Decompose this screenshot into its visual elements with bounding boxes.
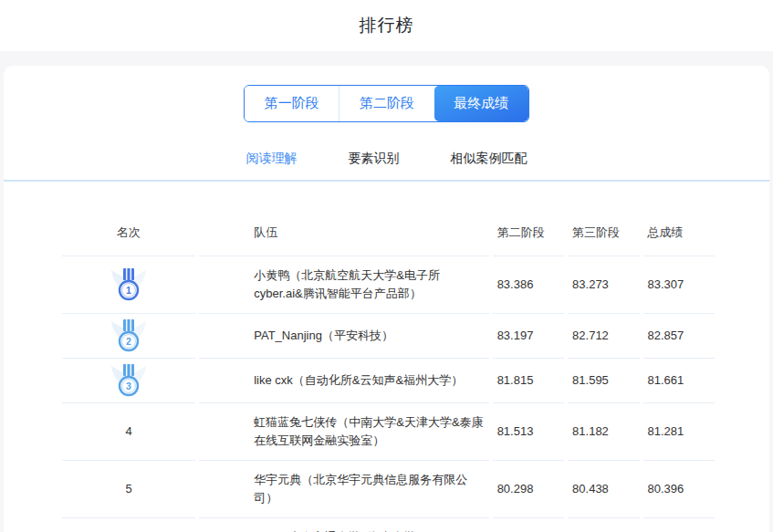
- leaderboard-body: 1 小黄鸭（北京航空航天大学&电子所cyber.ai&腾讯智能平台产品部） 83…: [62, 256, 715, 532]
- task-tab-reading-comprehension[interactable]: 阅读理解: [246, 151, 298, 167]
- table-row: 2 PAT_Nanjing（平安科技） 83.197 82.712 82.857: [62, 314, 715, 359]
- medal-rank-number: 2: [126, 336, 131, 347]
- column-header-rank: 名次: [62, 210, 195, 256]
- medal-icon: 3: [109, 361, 149, 400]
- table-row: 3 like cxk（自动化所&云知声&福州大学） 81.815 81.595 …: [62, 359, 715, 403]
- rank-cell: 2: [62, 314, 195, 359]
- medal-icon: 2: [109, 317, 149, 355]
- phase2-score: 81.815: [493, 359, 564, 403]
- phase3-score: 81.182: [568, 403, 639, 461]
- phase3-score: 81.595: [568, 359, 639, 403]
- rank-cell: 1: [62, 256, 195, 314]
- table-header-row: 名次 队伍 第二阶段 第三阶段 总成绩: [62, 210, 715, 256]
- team-name: 华宇元典（北京华宇元典信息服务有限公司）: [199, 461, 488, 518]
- team-name: 虹猫蓝兔七侠传（中南大学&天津大学&泰康在线互联网金融实验室）: [199, 403, 488, 461]
- phase3-score: 80.438: [568, 461, 639, 518]
- column-header-phase3: 第三阶段: [568, 210, 639, 256]
- task-tab-group: 阅读理解 要素识别 相似案例匹配: [4, 151, 769, 182]
- phase3-score: 82.712: [568, 314, 639, 359]
- rank-number: 4: [125, 424, 131, 438]
- medal-rank-number: 3: [126, 381, 131, 391]
- phase2-score: 81.513: [493, 403, 564, 461]
- team-name: 小黄鸭（北京航空航天大学&电子所cyber.ai&腾讯智能平台产品部）: [199, 256, 488, 314]
- phase3-score: 83.273: [568, 256, 639, 314]
- phase-tab-stage2[interactable]: 第二阶段: [339, 86, 434, 121]
- team-name: Alex（上海交通大学&湖南大学）: [199, 518, 488, 532]
- medal-rank-number: 1: [126, 285, 131, 296]
- phase-tab-stage1[interactable]: 第一阶段: [245, 86, 339, 121]
- phase2-score: 80.298: [493, 461, 564, 518]
- total-score: 82.857: [643, 314, 715, 359]
- table-row: 1 小黄鸭（北京航空航天大学&电子所cyber.ai&腾讯智能平台产品部） 83…: [62, 256, 715, 314]
- team-name: PAT_Nanjing（平安科技）: [199, 314, 488, 359]
- content-card: 第一阶段 第二阶段 最终成绩 阅读理解 要素识别 相似案例匹配 名次 队伍 第二…: [4, 66, 769, 532]
- total-score: 81.281: [643, 403, 715, 461]
- leaderboard-table-wrap: 名次 队伍 第二阶段 第三阶段 总成绩 1: [58, 210, 718, 532]
- leaderboard-page: 排行榜 第一阶段 第二阶段 最终成绩 阅读理解 要素识别 相似案例匹配 名次: [0, 0, 773, 532]
- rank-cell: 4: [62, 403, 195, 461]
- team-name: like cxk（自动化所&云知声&福州大学）: [199, 359, 488, 403]
- total-score: 81.661: [643, 359, 715, 403]
- task-tab-similar-case-matching[interactable]: 相似案例匹配: [451, 151, 528, 167]
- rank-cell: 5: [62, 461, 195, 518]
- total-score: 80.396: [643, 461, 715, 518]
- rank-cell: 6: [62, 518, 195, 532]
- page-header: 排行榜: [0, 0, 773, 51]
- page-title: 排行榜: [360, 14, 414, 37]
- phase2-score: 83.386: [493, 256, 564, 314]
- column-header-phase2: 第二阶段: [493, 210, 564, 256]
- phase2-score: 80.65: [493, 518, 564, 532]
- total-score: 83.307: [643, 256, 715, 314]
- task-tab-element-recognition[interactable]: 要素识别: [349, 151, 400, 167]
- column-header-total: 总成绩: [643, 210, 715, 256]
- total-score: 80.304: [643, 518, 715, 532]
- rank-cell: 3: [62, 359, 195, 403]
- phase2-score: 83.197: [493, 314, 564, 359]
- table-row: 5 华宇元典（北京华宇元典信息服务有限公司） 80.298 80.438 80.…: [62, 461, 715, 518]
- table-row: 4 虹猫蓝兔七侠传（中南大学&天津大学&泰康在线互联网金融实验室） 81.513…: [62, 403, 715, 461]
- column-header-team: 队伍: [199, 210, 488, 256]
- table-row: 6 Alex（上海交通大学&湖南大学） 80.65 80.156 80.304: [62, 518, 715, 532]
- medal-icon: 1: [109, 266, 149, 304]
- leaderboard-table: 名次 队伍 第二阶段 第三阶段 总成绩 1: [58, 210, 718, 532]
- phase3-score: 80.156: [568, 518, 639, 532]
- phase-tab-final[interactable]: 最终成绩: [434, 86, 528, 121]
- rank-number: 5: [125, 482, 131, 495]
- phase-tab-group: 第一阶段 第二阶段 最终成绩: [244, 85, 529, 122]
